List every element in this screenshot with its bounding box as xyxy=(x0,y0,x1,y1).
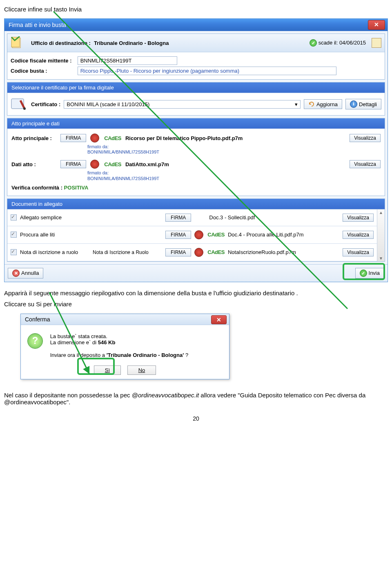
confirm-titlebar: Conferma ✕ xyxy=(21,314,229,325)
checkbox[interactable] xyxy=(11,249,17,255)
allegato-row: Allegato sempliceFIRMADoc.3 - Solleciti.… xyxy=(7,209,377,226)
allegato-row: Procura alle litiFIRMACAdESDoc.4 - Procu… xyxy=(7,226,377,244)
allegato-row: Nota di iscrizione a ruoloNota di Iscriz… xyxy=(7,244,377,261)
allegato-extra: Nota di Iscrizione a Ruolo xyxy=(93,250,162,255)
dest-value: Tribunale Ordinario - Bologna xyxy=(94,40,169,46)
allegato-file: NotaIscrizioneRuolo.pdf.p7m xyxy=(228,249,296,255)
signer-info-2: firmato da: BONINI/MILA/BNNMLI72S58H199T xyxy=(87,170,381,181)
window-title: Firma atti e invio busta xyxy=(9,22,66,28)
cert-label: Certificato : xyxy=(31,101,60,107)
firma-button[interactable]: FIRMA xyxy=(165,214,191,222)
scrollbar[interactable]: ▲ ▼ xyxy=(377,209,385,261)
confirm-dialog: Conferma ✕ ? La busta e` stata creata. L… xyxy=(20,314,229,379)
cert-section-header: Selezionare il certificato per la firma … xyxy=(7,82,385,93)
seal-icon xyxy=(194,230,203,239)
codice-busta-input[interactable]: Ricorso Pippo -Pluto - Ricorso per ingiu… xyxy=(78,67,336,75)
visualizza-button-2[interactable]: Visualizza xyxy=(350,160,381,168)
codice-busta-label: Codice busta : xyxy=(11,68,76,74)
alleg-section-header: Documenti in allegato xyxy=(7,199,385,209)
chevron-down-icon: ▾ xyxy=(295,101,298,107)
atto-section-header: Atto principale e dati xyxy=(7,118,385,129)
page-number: 20 xyxy=(4,415,388,422)
main-window: Firma atti e invio busta ✕ Ufficio di de… xyxy=(4,18,388,282)
aggiorna-button[interactable]: Aggiorna xyxy=(304,99,342,109)
atto-principale-file: Ricorso per DI telematico Pippo-Pluto.pd… xyxy=(125,135,243,141)
text-after-main: Apparirà il seguente messaggio riepiloga… xyxy=(4,290,388,296)
seal-icon xyxy=(90,134,99,143)
atto-panel: Atto principale e dati Atto principale :… xyxy=(7,118,385,196)
cert-select[interactable]: BONINI MILA (scade il 11/10/2015) ▾ xyxy=(64,100,301,109)
si-button[interactable]: Sì xyxy=(94,365,121,375)
cades-label: CAdES xyxy=(207,232,225,238)
firma-button[interactable]: FIRMA xyxy=(165,231,191,239)
confirm-title-text: Conferma xyxy=(25,316,50,323)
seal-icon xyxy=(194,248,203,257)
seal-icon xyxy=(90,160,99,169)
scade-info: scade il: 04/06/2015 xyxy=(310,39,366,47)
check-icon xyxy=(310,39,317,47)
checkbox[interactable] xyxy=(11,214,17,221)
firma-button-1[interactable]: FIRMA xyxy=(60,134,86,142)
visualizza-button[interactable]: Visualizza xyxy=(343,214,374,222)
no-button[interactable]: No xyxy=(127,365,156,375)
cades-label: CAdES xyxy=(104,135,121,141)
allegato-type: Nota di iscrizione a ruolo xyxy=(20,249,89,255)
visualizza-button-1[interactable]: Visualizza xyxy=(350,134,381,142)
allegato-file: Doc.3 - Solleciti.pdf xyxy=(209,214,255,221)
dettagli-button[interactable]: Dettagli xyxy=(345,99,381,109)
window-footer: Annulla Invia xyxy=(4,264,388,282)
question-icon: ? xyxy=(27,333,43,349)
close-icon[interactable]: ✕ xyxy=(368,20,385,30)
confirm-message: La busta e` stata creata. La dimensione … xyxy=(50,333,189,358)
firma-button-2[interactable]: FIRMA xyxy=(60,160,86,168)
cf-label: Codice fiscale mittente : xyxy=(11,58,76,64)
firma-button[interactable]: FIRMA xyxy=(165,248,191,256)
footer-paragraph: Nel caso il depositante non possedesse l… xyxy=(4,392,388,406)
visualizza-button[interactable]: Visualizza xyxy=(343,248,374,256)
info-icon xyxy=(350,100,357,108)
allegato-type: Procura alle liti xyxy=(20,232,89,238)
certificate-panel: Selezionare il certificato per la firma … xyxy=(7,82,385,116)
visualizza-button[interactable]: Visualizza xyxy=(343,231,374,239)
allegati-panel: Documenti in allegato Allegato sempliceF… xyxy=(7,198,385,262)
cancel-icon xyxy=(12,270,20,277)
verifica-label: Verifica conformità : xyxy=(11,185,62,191)
window-titlebar: Firma atti e invio busta ✕ xyxy=(4,19,388,31)
cades-label: CAdES xyxy=(207,249,225,255)
allegato-type: Allegato semplice xyxy=(20,214,89,221)
signer-info-1: firmato da: BONINI/MILA/BNNMLI72S58H199T xyxy=(87,144,381,155)
certificate-icon xyxy=(11,97,28,111)
destination-panel: Ufficio di destinazione : Tribunale Ordi… xyxy=(7,33,385,80)
scroll-down-icon[interactable]: ▼ xyxy=(378,255,384,261)
doc-small-icon xyxy=(372,38,381,48)
annulla-button[interactable]: Annulla xyxy=(8,268,43,279)
cades-label: CAdES xyxy=(104,161,121,167)
check-icon xyxy=(360,270,367,277)
verifica-value: POSITIVA xyxy=(64,185,89,191)
dati-atto-file: DatiAtto.xml.p7m xyxy=(125,161,169,167)
allegato-file: Doc.4 - Procura alle Liti.pdf.p7m xyxy=(228,232,304,238)
refresh-icon xyxy=(308,101,315,107)
dati-atto-label: Dati atto : xyxy=(11,161,56,167)
text-click-si: Cliccare su Si per inviare xyxy=(4,301,388,307)
atto-principale-label: Atto principale : xyxy=(11,135,56,141)
svg-point-4 xyxy=(23,107,26,110)
cf-input[interactable]: BNNMLI72S58H199T xyxy=(78,56,177,65)
checkbox[interactable] xyxy=(11,232,17,238)
close-icon[interactable]: ✕ xyxy=(211,315,227,324)
instruction-invia: Cliccare infine sul tasto Invia xyxy=(4,6,388,13)
document-icon xyxy=(11,36,24,49)
invia-button[interactable]: Invia xyxy=(355,268,384,279)
dest-label: Ufficio di destinazione : xyxy=(31,40,91,46)
scroll-up-icon[interactable]: ▲ xyxy=(378,209,384,216)
